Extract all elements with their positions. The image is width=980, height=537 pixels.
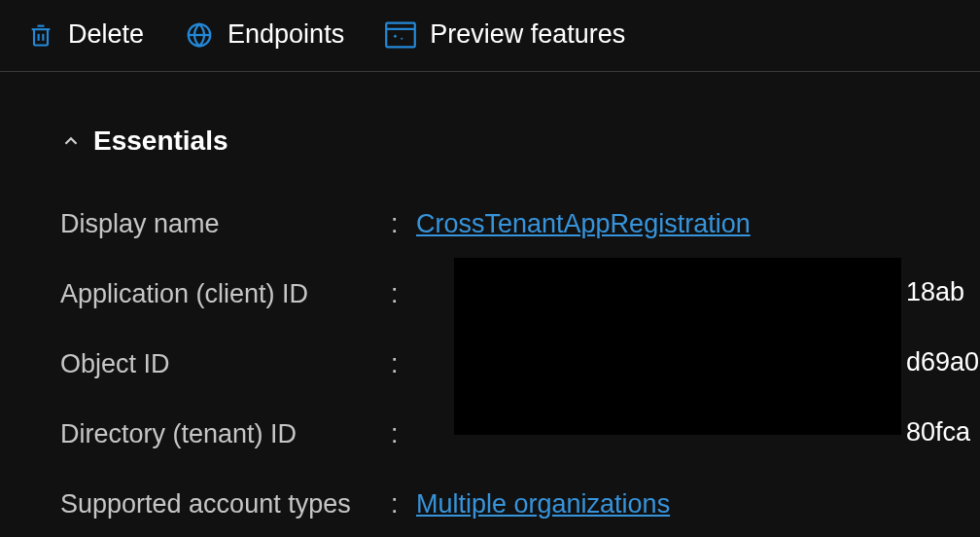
account-types-label: Supported account types bbox=[60, 489, 391, 519]
delete-label: Delete bbox=[68, 19, 144, 50]
essentials-toggle[interactable]: Essentials bbox=[60, 125, 980, 157]
chevron-up-icon bbox=[60, 130, 82, 152]
essentials-section: Essentials Display name : CrossTenantApp… bbox=[0, 72, 980, 520]
object-id-partial: d69a05 bbox=[906, 347, 980, 377]
display-name-label: Display name bbox=[60, 209, 391, 239]
preview-features-label: Preview features bbox=[430, 19, 625, 50]
colon: : bbox=[391, 419, 416, 449]
essentials-title: Essentials bbox=[93, 125, 228, 157]
globe-icon bbox=[185, 20, 214, 50]
application-id-label: Application (client) ID bbox=[60, 279, 391, 309]
preview-features-button[interactable]: Preview features bbox=[385, 19, 625, 50]
endpoints-label: Endpoints bbox=[228, 19, 344, 50]
command-bar: Delete Endpoints Preview features bbox=[0, 0, 980, 72]
svg-rect-1 bbox=[386, 22, 415, 47]
colon: : bbox=[391, 279, 416, 309]
colon: : bbox=[391, 489, 416, 519]
account-types-value[interactable]: Multiple organizations bbox=[416, 489, 670, 519]
redaction-block bbox=[454, 258, 901, 435]
delete-button[interactable]: Delete bbox=[27, 19, 144, 50]
object-id-label: Object ID bbox=[60, 349, 391, 379]
colon: : bbox=[391, 349, 416, 379]
application-id-partial: 18ab bbox=[906, 277, 964, 307]
account-types-row: Supported account types : Multiple organ… bbox=[60, 487, 980, 520]
endpoints-button[interactable]: Endpoints bbox=[185, 19, 344, 50]
directory-id-partial: 80fca bbox=[906, 417, 970, 448]
display-name-row: Display name : CrossTenantAppRegistratio… bbox=[60, 207, 980, 240]
directory-id-label: Directory (tenant) ID bbox=[60, 419, 391, 449]
trash-icon bbox=[27, 20, 54, 50]
display-name-value[interactable]: CrossTenantAppRegistration bbox=[416, 209, 751, 239]
property-list: Display name : CrossTenantAppRegistratio… bbox=[60, 207, 980, 520]
preview-features-icon bbox=[385, 21, 416, 49]
colon: : bbox=[391, 209, 416, 239]
